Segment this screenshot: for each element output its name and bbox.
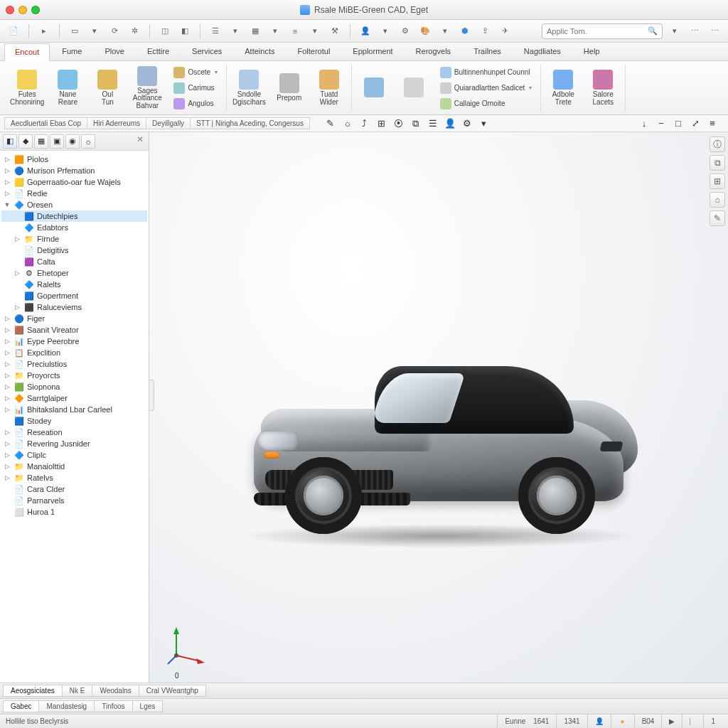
3d-viewport[interactable]: ⓘ⧉⊞⌂✎ — [149, 132, 728, 682]
viewport-right-button[interactable]: − — [654, 117, 668, 131]
viewport-tool-button[interactable]: ☼ — [341, 117, 355, 131]
bottom-tab[interactable]: Tinfoos — [94, 700, 132, 712]
dropdown-icon[interactable]: ▾ — [378, 23, 393, 39]
sidebar-tab[interactable]: ◉ — [65, 134, 80, 149]
tree-item[interactable]: ▷🟫Saanit Vireator — [1, 324, 147, 336]
menu-tab-epplorment[interactable]: Epplorment — [342, 43, 403, 60]
search-icon[interactable]: 🔍 — [648, 26, 658, 36]
dropdown-icon[interactable]: ▾ — [267, 23, 283, 39]
right-rail-button[interactable]: ⧉ — [710, 155, 725, 171]
tree-item[interactable]: ▷📄Preciulstios — [1, 358, 147, 370]
breadcrumb-item[interactable]: Aecdluertali Ebas Cop — [4, 117, 87, 129]
tree-item[interactable]: 🟦Gopertment — [1, 290, 147, 301]
viewport-tool-button[interactable]: ✎ — [323, 117, 338, 131]
viewport-right-button[interactable]: □ — [671, 117, 685, 131]
tree-item[interactable]: ▷📄Reseation — [1, 427, 147, 438]
tree-item[interactable]: ▷📋Expclition — [1, 347, 147, 358]
tree-item[interactable]: ▷📁Ratelvs — [1, 472, 147, 483]
viewport-right-button[interactable]: ⤢ — [688, 117, 702, 131]
tree-item[interactable]: ▷📊Eype Peerobre — [1, 336, 147, 347]
viewport-tool-button[interactable]: ⚙ — [460, 117, 474, 131]
overflow-button[interactable]: ⋯ — [687, 23, 702, 39]
ribbon-button[interactable]: Prepom — [273, 73, 306, 102]
tree-item[interactable]: 🟪Calta — [1, 256, 147, 267]
ribbon-small-button[interactable]: Quiaradlartten Sadicet▾ — [437, 81, 535, 95]
bottom-tab[interactable]: Aeosgsiciates — [3, 685, 63, 697]
ribbon-small-button[interactable]: Callaige Ornoite — [437, 97, 535, 111]
breadcrumb-item[interactable]: STT | Nirigha Aceding, Congersus — [190, 117, 310, 129]
bottom-tab[interactable]: Weodalns — [92, 685, 139, 697]
search-box[interactable]: 🔍 — [542, 23, 663, 39]
ribbon-button[interactable] — [358, 77, 390, 99]
menu-tab-ecttire[interactable]: Ecttire — [136, 43, 180, 60]
nav-back-button[interactable]: ▸ — [36, 23, 52, 39]
menu-tab-help[interactable]: Help — [573, 43, 611, 60]
tree-twist-icon[interactable]: ▷ — [3, 178, 11, 186]
viewport-tool-button[interactable]: ⧉ — [409, 117, 423, 131]
viewport-tool-button[interactable]: 👤 — [443, 117, 457, 131]
tree-item[interactable]: ▷📄Redie — [1, 188, 147, 199]
menu-tab-fume[interactable]: Fume — [51, 43, 92, 60]
tree-item[interactable]: 🟦Stodey — [1, 415, 147, 427]
ribbon-small-button[interactable]: Bultinnenhunpet Counnl — [437, 65, 535, 80]
tree-item[interactable]: ▷🟩Siopnona — [1, 381, 147, 392]
tree-item[interactable]: ▷📁Firnde — [1, 233, 147, 245]
gear-icon[interactable]: ⚙ — [397, 23, 413, 39]
ribbon-button[interactable]: FutesChnoniring — [10, 70, 44, 106]
tree-twist-icon[interactable]: ▷ — [3, 474, 11, 481]
tree-item[interactable]: ▷⚙Ehetoper — [1, 267, 147, 279]
sidebar-tab[interactable]: ▦ — [34, 134, 48, 149]
tree-twist-icon[interactable]: ▷ — [13, 235, 21, 242]
tree-item[interactable]: ▷📁Manaiolttid — [1, 461, 147, 472]
search-input[interactable] — [547, 27, 648, 36]
bottom-tab[interactable]: Mandastesig — [38, 700, 95, 712]
dropdown-icon[interactable]: ▾ — [667, 23, 682, 39]
sidebar-tab[interactable]: ◆ — [18, 134, 33, 149]
close-icon[interactable]: ✕ — [134, 134, 146, 145]
color-button[interactable]: 🎨 — [417, 23, 433, 39]
user-button[interactable]: 👤 — [358, 23, 373, 39]
menu-tab-rerogvels[interactable]: Rerogvels — [405, 43, 462, 60]
tree-twist-icon[interactable]: ▷ — [3, 315, 11, 322]
tree-twist-icon[interactable]: ▷ — [3, 395, 11, 402]
splitter-handle[interactable] — [149, 380, 154, 411]
tree-twist-icon[interactable]: ▷ — [3, 326, 11, 333]
tree-item[interactable]: ▷📊Bhitaksland Lbar Carleel — [1, 404, 147, 415]
tree-twist-icon[interactable]: ▷ — [3, 372, 11, 379]
tree-item[interactable]: ⬜Huroa 1 — [1, 506, 147, 518]
breadcrumb-item[interactable]: Deyillgally — [146, 117, 191, 129]
tree-item[interactable]: ▷🟧Piolos — [1, 154, 147, 165]
menu-tab-trailnes[interactable]: Trailnes — [463, 43, 512, 60]
tree-twist-icon[interactable]: ▷ — [3, 156, 11, 163]
cube-button[interactable]: ⬢ — [457, 23, 473, 39]
viewport-right-button[interactable]: ≡ — [705, 117, 719, 131]
ribbon-button[interactable]: OulTun — [91, 70, 124, 106]
menu-tab-nagdliates[interactable]: Nagdliates — [513, 43, 572, 60]
tree-twist-icon[interactable]: ▷ — [3, 406, 11, 413]
tree-item[interactable]: ▼🔷Oresen — [1, 199, 147, 210]
tree-twist-icon[interactable]: ▷ — [3, 190, 11, 197]
tree-item[interactable]: ▷🔶Sarrtglaiper — [1, 392, 147, 404]
ribbon-button[interactable] — [397, 77, 430, 99]
tree-twist-icon[interactable]: ▷ — [3, 167, 11, 174]
breadcrumb-item[interactable]: Hiri Aderreums — [87, 117, 146, 129]
tree-twist-icon[interactable]: ▼ — [3, 201, 11, 208]
viewport-tool-button[interactable]: ⤴ — [358, 117, 372, 131]
tree-twist-icon[interactable]: ▷ — [3, 440, 11, 447]
view-button[interactable]: ◧ — [177, 23, 193, 39]
new-file-button[interactable]: 📄 — [6, 23, 21, 39]
ribbon-button[interactable]: AdboleTrete — [547, 70, 579, 106]
ribbon-small-button[interactable]: Oscete▾ — [171, 65, 220, 80]
grid-button[interactable]: ▦ — [247, 23, 263, 39]
viewport-tool-button[interactable]: ⦿ — [392, 117, 406, 131]
ribbon-button[interactable]: SaloreLacets — [587, 70, 619, 106]
list-button[interactable]: ☰ — [208, 23, 223, 39]
status-icon-b[interactable]: ● — [611, 714, 634, 728]
tool-button[interactable]: ⚒ — [327, 23, 343, 39]
tree-twist-icon[interactable]: ▷ — [3, 463, 11, 470]
tree-item[interactable]: ▷🔵Murison Prfemation — [1, 165, 147, 176]
viewport-tool-button[interactable]: ▾ — [477, 117, 491, 131]
viewport-tool-button[interactable]: ☰ — [426, 117, 440, 131]
bottom-tab[interactable]: Gabec — [3, 700, 39, 712]
tree-twist-icon[interactable]: ▷ — [3, 338, 11, 345]
